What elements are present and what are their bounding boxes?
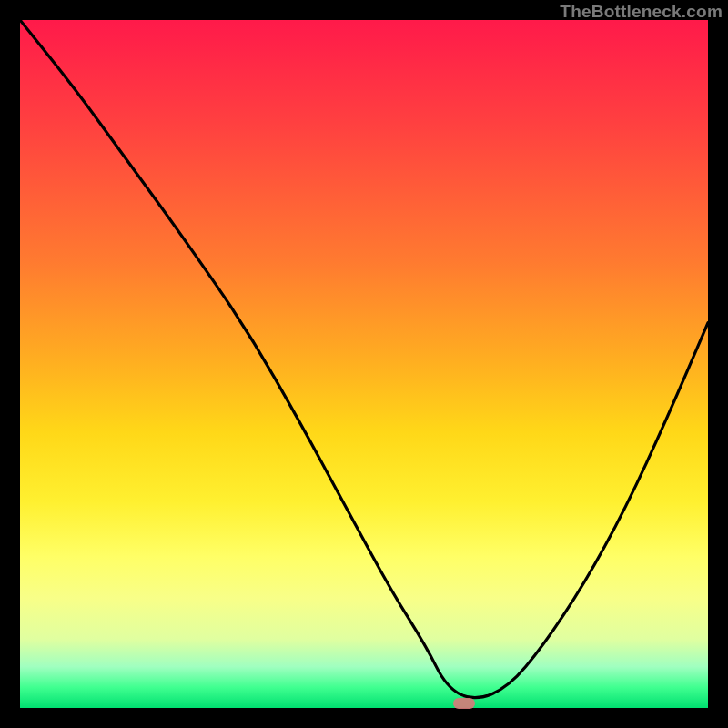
plot-area	[20, 20, 708, 708]
bottleneck-curve	[20, 20, 708, 698]
watermark-text: TheBottleneck.com	[560, 2, 723, 22]
optimal-marker	[453, 698, 475, 709]
curve-layer	[20, 20, 708, 708]
chart-frame: TheBottleneck.com	[0, 0, 728, 728]
